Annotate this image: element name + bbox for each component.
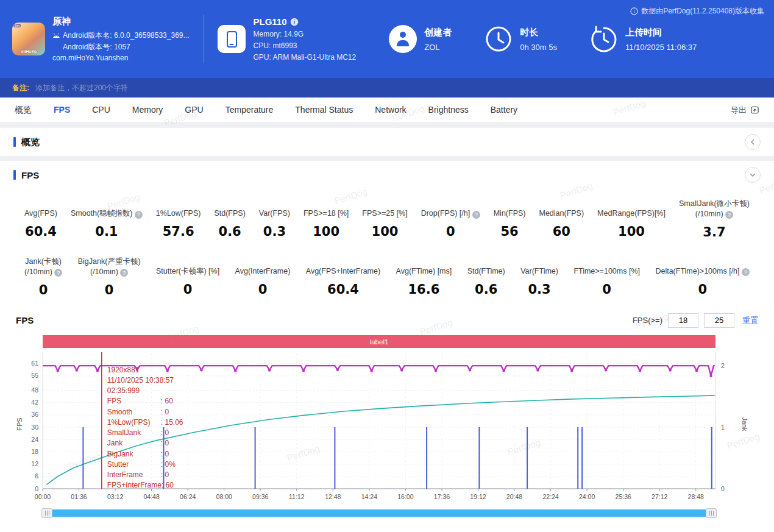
stat-label: Std(FTime): [467, 257, 505, 277]
overview-collapse-button[interactable]: [745, 134, 761, 150]
section-accent: [13, 137, 16, 147]
stat-label: Var(FPS): [259, 199, 290, 219]
stat-value: 0: [655, 282, 750, 297]
svg-text:01:36: 01:36: [71, 493, 87, 500]
help-icon[interactable]: ?: [135, 211, 143, 219]
help-icon[interactable]: ?: [742, 268, 750, 276]
device-info-icon[interactable]: i: [290, 18, 299, 26]
duration-value: 0h 30m 5s: [520, 43, 557, 52]
tab-brightness[interactable]: Brightness: [428, 105, 469, 116]
help-icon[interactable]: ?: [725, 211, 733, 219]
duration-label: 时长: [520, 27, 557, 38]
stat-label: Avg(FPS+InterFrame): [306, 257, 380, 277]
scrollbar-left-handle[interactable]: [41, 508, 52, 518]
help-icon[interactable]: ?: [472, 211, 480, 219]
android-version-name: Android版本名: 6.0.0_36598533_369...: [63, 30, 189, 41]
tab-cpu[interactable]: CPU: [92, 105, 110, 116]
stat-item: MedRange(FPS)[%]100: [597, 199, 666, 239]
tab-fps[interactable]: FPS: [54, 105, 70, 116]
app-title: 原神: [52, 14, 189, 28]
svg-text:14:24: 14:24: [361, 493, 377, 500]
svg-text:12:48: 12:48: [325, 493, 341, 500]
header-divider: [204, 15, 204, 63]
chevron-left-icon: [749, 138, 756, 146]
section-gap: [0, 123, 774, 128]
stat-value: 0: [78, 283, 141, 297]
phone-icon: [218, 25, 246, 53]
reset-link[interactable]: 重置: [742, 315, 758, 326]
stat-item: Drop(FPS) [/h] ?0: [421, 199, 480, 239]
stat-label: Delta(FTime)>100ms [/h] ?: [655, 257, 750, 277]
stat-item: Std(FTime)0.6: [467, 257, 505, 297]
fps-panel: FPS Avg(FPS)60.4Smooth(稳帧指数) ?0.11%Low(F…: [0, 161, 774, 532]
scrollbar-right-handle[interactable]: [706, 508, 717, 518]
device-gpu: GPU: ARM Mali-G1-Ultra MC12: [253, 53, 356, 62]
stat-label: Drop(FPS) [/h] ?: [421, 199, 480, 219]
device-block: PLG110 i Memory: 14.9G CPU: mt6993 GPU: …: [218, 16, 356, 62]
stat-label: Stutter(卡顿率) [%]: [156, 257, 219, 277]
tab-gpu[interactable]: GPU: [185, 105, 203, 116]
clock-icon: [485, 25, 513, 53]
stat-value: 0.1: [71, 224, 143, 239]
tabs-list: 概览FPSCPUMemoryGPUTemperatureThermal Stat…: [15, 105, 731, 116]
svg-text:16:00: 16:00: [397, 493, 413, 500]
tab-network[interactable]: Network: [375, 105, 406, 116]
stat-item: Avg(InterFrame)0: [235, 257, 291, 297]
fps-stats-row-2: Jank(卡顿)(/10min) ?0BigJank(严重卡顿)(/10min)…: [0, 257, 774, 297]
stat-label: BigJank(严重卡顿)(/10min) ?: [78, 257, 141, 277]
stat-item: Avg(FTime) [ms]16.6: [396, 257, 452, 297]
svg-text:30: 30: [31, 423, 38, 430]
fps-chart[interactable]: label10612182430364248556100:0001:3603:1…: [15, 335, 759, 508]
stat-item: Delta(FTime)>100ms [/h] ?0: [655, 257, 750, 297]
duration-block: 时长 0h 30m 5s: [485, 25, 557, 53]
tab-battery[interactable]: Battery: [491, 105, 517, 116]
stat-value: 100: [597, 224, 666, 239]
stat-label: Min(FPS): [494, 199, 526, 219]
svg-text:09:36: 09:36: [252, 493, 268, 500]
svg-text:6: 6: [35, 472, 38, 480]
stat-label: Std(FPS): [214, 199, 245, 219]
stat-item: Min(FPS)56: [494, 199, 526, 239]
svg-text:24: 24: [31, 435, 38, 442]
tab-概览[interactable]: 概览: [15, 105, 32, 116]
stat-item: SmallJank(微小卡顿)(/10min) ?3.7: [679, 199, 750, 239]
svg-text:28:48: 28:48: [688, 493, 704, 500]
stat-value: 0: [24, 283, 62, 297]
stat-item: FPS>=18 [%]100: [304, 199, 349, 239]
svg-text:Jank: Jank: [741, 417, 748, 431]
svg-text:61: 61: [31, 360, 38, 367]
chart-range-scrollbar[interactable]: [43, 509, 715, 517]
stat-item: Var(FTime)0.3: [520, 257, 558, 297]
stat-value: 3.7: [679, 225, 750, 239]
upload-value: 11/10/2025 11:06:37: [625, 43, 697, 52]
series-fps: [43, 366, 715, 376]
svg-text:20:48: 20:48: [506, 493, 522, 500]
fps-min-input[interactable]: [668, 313, 698, 328]
fps-max-input[interactable]: [704, 313, 734, 328]
stat-label: Median(FPS): [539, 199, 584, 219]
svg-text:55: 55: [31, 372, 38, 379]
help-icon[interactable]: ?: [54, 269, 62, 277]
stat-label: Jank(卡顿)(/10min) ?: [24, 257, 62, 277]
stat-item: BigJank(严重卡顿)(/10min) ?0: [78, 257, 141, 297]
svg-text:27:12: 27:12: [652, 493, 667, 500]
svg-text:00:00: 00:00: [35, 493, 51, 500]
tab-thermal-status[interactable]: Thermal Status: [295, 105, 353, 116]
svg-text:08:00: 08:00: [216, 493, 232, 500]
note-input[interactable]: 添加备注，不超过200个字符: [35, 83, 128, 93]
help-icon[interactable]: ?: [120, 269, 128, 277]
tab-temperature[interactable]: Temperature: [225, 105, 274, 116]
device-model: PLG110: [253, 16, 286, 27]
export-button[interactable]: 导出: [731, 105, 759, 116]
note-bar: 备注: 添加备注，不超过200个字符: [0, 78, 774, 98]
stat-item: Smooth(稳帧指数) ?0.1: [71, 199, 143, 239]
svg-text:FPS: FPS: [16, 417, 23, 430]
fps-collapse-button[interactable]: [745, 167, 761, 183]
stat-label: FPS>=18 [%]: [304, 199, 349, 219]
tab-memory[interactable]: Memory: [132, 105, 163, 116]
svg-text:11:12: 11:12: [289, 493, 305, 500]
fps-filter-label: FPS(>=): [633, 316, 662, 325]
fps-chart-title: FPS: [16, 315, 633, 325]
app-icon-badge: 5th: [13, 24, 21, 27]
info-icon: i: [630, 7, 638, 15]
